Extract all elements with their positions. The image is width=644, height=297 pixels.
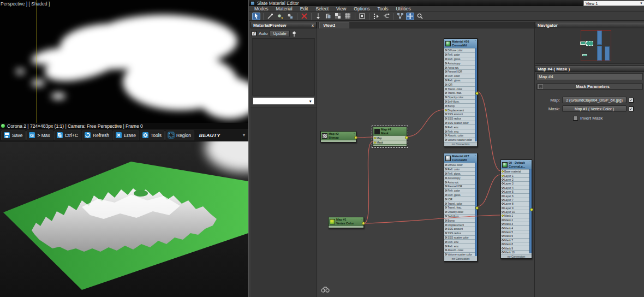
navigator-minimap[interactable] <box>535 29 644 64</box>
socket-dot[interactable] <box>502 247 504 250</box>
socket-dot[interactable] <box>445 139 447 141</box>
pick-material-eyedropper-icon[interactable] <box>266 13 275 20</box>
socket-dot[interactable] <box>445 92 447 94</box>
node-socket[interactable]: SSS radius <box>444 116 477 121</box>
node-socket[interactable]: Mask 3 <box>501 222 532 225</box>
node-socket[interactable]: SSS radius <box>444 231 477 235</box>
node-mat26[interactable]: Material #26CoronaMtl-Diffuse colorRefl.… <box>444 38 478 147</box>
socket-dot[interactable] <box>445 164 447 166</box>
mask-enable-checkbox[interactable]: ✓ <box>629 106 634 111</box>
zoom-tool-icon[interactable] <box>416 13 424 20</box>
socket-dot[interactable] <box>445 122 447 124</box>
node-socket[interactable]: Fresnel IOR <box>444 69 477 74</box>
node-socket[interactable]: Transl. color <box>444 86 477 91</box>
socket-dot[interactable] <box>445 206 447 209</box>
parameter-panel-header[interactable]: Map #4 ( Mask ) <box>535 66 644 72</box>
socket-dot[interactable] <box>445 189 447 192</box>
socket-dot[interactable] <box>445 181 447 183</box>
node-socket[interactable]: Layer 8 <box>501 201 532 205</box>
socket-dot[interactable] <box>445 194 447 196</box>
node-socket[interactable]: SSS scatter color <box>444 121 477 125</box>
socket-dot[interactable] <box>502 219 504 221</box>
socket-dot[interactable] <box>445 113 447 115</box>
map-enable-checkbox[interactable]: ✓ <box>629 98 634 103</box>
node-socket[interactable]: SSS amount <box>444 112 477 116</box>
socket-dot[interactable] <box>445 219 447 222</box>
list-view-icon[interactable] <box>372 13 380 20</box>
node-socket[interactable]: Mask 1 <box>501 213 532 217</box>
node-footer-mr-connection[interactable]: mr Connection <box>444 142 477 146</box>
node-socket[interactable]: Transl. color <box>444 201 477 205</box>
preview-window-icon[interactable] <box>358 13 366 20</box>
socket-dot[interactable] <box>502 251 504 253</box>
node-socket[interactable]: Opacity color <box>444 95 477 99</box>
socket-dot[interactable] <box>502 231 504 233</box>
node-socket[interactable]: Anisotropy <box>444 175 477 180</box>
node-socket[interactable]: Bump <box>444 218 477 222</box>
collapse-icon[interactable]: - <box>475 39 476 42</box>
menu-edit[interactable]: Edit <box>300 6 308 11</box>
socket-dot-connected[interactable] <box>445 109 447 111</box>
node-footer-mr-connection[interactable]: mr Connection <box>444 257 477 261</box>
pan-tool-icon[interactable] <box>406 13 414 20</box>
node-socket[interactable]: SSS amount <box>444 227 477 231</box>
branch-layout-icon[interactable] <box>382 13 390 20</box>
menu-modes[interactable]: Modes <box>254 6 269 11</box>
socket-dot[interactable] <box>445 126 447 128</box>
node-socket[interactable]: Aniso rot. <box>444 180 477 184</box>
node-output-socket[interactable] <box>475 92 479 95</box>
invert-mask-checkbox[interactable]: ✓ <box>573 116 578 121</box>
node-socket[interactable]: Self-illum. <box>444 99 477 104</box>
node-header[interactable]: Map #2Bitmap- <box>321 132 356 140</box>
socket-dot[interactable] <box>445 228 447 230</box>
socket-dot[interactable] <box>502 203 504 205</box>
node-socket[interactable]: Layer 9 <box>501 206 532 210</box>
socket-dot[interactable] <box>445 232 447 234</box>
socket-dot[interactable] <box>445 62 447 64</box>
socket-dot[interactable] <box>445 67 447 69</box>
vfb-button-refresh[interactable]: Refresh <box>82 130 112 140</box>
socket-dot-connected[interactable] <box>374 141 376 144</box>
menu-material[interactable]: Material <box>276 6 293 11</box>
node-footer-mr-connection[interactable]: mr Connection <box>501 254 532 258</box>
collapse-icon[interactable]: - <box>361 217 362 221</box>
node-socket[interactable]: Mask 2 <box>501 218 532 222</box>
socket-dot[interactable] <box>502 199 504 201</box>
node-socket[interactable]: Mask 5 <box>501 230 532 234</box>
update-button[interactable]: Update <box>270 30 289 37</box>
mask-parameters-rollout[interactable]: - Mask Parameters <box>536 84 643 90</box>
node-socket[interactable]: Diffuse color <box>444 48 477 52</box>
socket-dot[interactable] <box>445 100 447 103</box>
node-map1[interactable]: Map #1Vertex Color- <box>328 217 364 228</box>
editor-titlebar[interactable]: Slate Material Editor View 1 ▼ <box>249 0 644 6</box>
socket-dot[interactable] <box>502 179 504 181</box>
socket-dot[interactable] <box>502 223 504 225</box>
node-socket[interactable]: Mask <box>373 140 407 144</box>
node-socket[interactable]: Refr. color <box>444 188 477 193</box>
socket-dot[interactable] <box>445 117 447 120</box>
viewport-label[interactable]: Perspective ] [ Shaded ] <box>1 1 50 7</box>
socket-dot[interactable] <box>445 198 447 200</box>
socket-dot[interactable] <box>445 105 447 107</box>
node-socket[interactable]: Displacement <box>444 108 477 112</box>
render-element-label[interactable]: BEAUTY <box>199 133 220 138</box>
collapse-icon[interactable]: - <box>475 153 476 157</box>
node-socket[interactable]: Mask 8 <box>501 242 532 246</box>
node-socket[interactable]: Refl. env. <box>444 239 477 243</box>
collapse-icon[interactable]: - <box>404 127 406 130</box>
socket-dot[interactable] <box>502 195 504 197</box>
socket-dot[interactable] <box>445 70 447 73</box>
mask-slot-button[interactable]: Map #1 ( Vertex Color ) <box>562 105 627 112</box>
node-header[interactable]: Map #1Vertex Color- <box>329 217 363 225</box>
node-socket[interactable]: Map <box>373 135 407 140</box>
node-output-socket[interactable] <box>354 136 357 139</box>
socket-dot[interactable] <box>502 191 504 193</box>
close-icon[interactable]: x <box>312 23 314 27</box>
socket-dot[interactable] <box>445 58 447 60</box>
node-socket[interactable]: Bump <box>444 103 477 108</box>
node-socket[interactable]: Layer 3 <box>501 181 532 185</box>
node-header[interactable]: Material #26CoronaMtl- <box>444 39 477 48</box>
vfb-button-region[interactable]: Region <box>165 130 194 140</box>
socket-dot[interactable] <box>445 203 447 205</box>
vfb-button-copy[interactable]: Ctrl+C <box>54 130 81 140</box>
